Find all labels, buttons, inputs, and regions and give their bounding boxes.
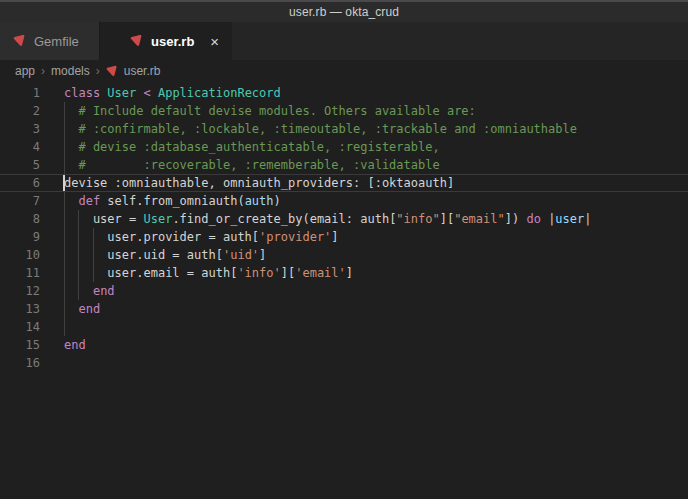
line-number[interactable]: 11 [0,264,40,282]
breadcrumb-item-app[interactable]: app [15,64,35,78]
code-line[interactable]: 12 end [0,282,688,300]
indent-guide [64,192,65,210]
indent-guide [64,282,65,300]
code-text: user.email = auth['info']['email'] [64,264,353,282]
indent-guide [78,246,79,264]
code-line[interactable]: 8 user = User.find_or_create_by(email: a… [0,210,688,228]
code-line[interactable]: 3 # :confirmable, :lockable, :timeoutabl… [0,120,688,138]
line-number[interactable]: 14 [0,318,40,336]
line-number[interactable]: 10 [0,246,40,264]
code-line[interactable]: 2 # Include default devise modules. Othe… [0,102,688,120]
indent-guide [64,264,65,282]
window-titlebar: user.rb — okta_crud [0,0,688,22]
line-number[interactable]: 5 [0,156,40,174]
tab-user-rb[interactable]: user.rb × [100,22,232,60]
indent-guide [64,228,65,246]
code-text: # :confirmable, :lockable, :timeoutable,… [64,120,577,138]
indent-guide [64,102,65,120]
breadcrumb-item-models[interactable]: models [51,64,90,78]
line-number[interactable]: 2 [0,102,40,120]
code-text: # devise :database_authenticatable, :reg… [64,138,440,156]
line-number[interactable]: 3 [0,120,40,138]
line-number[interactable]: 8 [0,210,40,228]
ruby-gem-icon [13,34,27,48]
line-number[interactable]: 7 [0,192,40,210]
indent-guide [64,156,65,174]
tab-gemfile[interactable]: Gemfile [0,22,100,60]
line-number[interactable]: 13 [0,300,40,318]
chevron-right-icon: › [41,64,45,78]
indent-guide [93,246,94,264]
vscode-window: user.rb — okta_crud Gemfile user.rb × ap… [0,0,688,499]
code-line[interactable]: 11 user.email = auth['info']['email'] [0,264,688,282]
line-number[interactable]: 6 [0,174,40,192]
indent-guide [78,282,79,300]
indent-guide [78,228,79,246]
code-text: end [64,300,100,318]
code-line[interactable]: 13 end [0,300,688,318]
line-number[interactable]: 1 [0,84,40,102]
breadcrumb-item-user-rb[interactable]: user.rb [124,64,161,78]
code-line[interactable]: 10 user.uid = auth['uid'] [0,246,688,264]
code-text: end [64,336,86,354]
line-number[interactable]: 15 [0,336,40,354]
code-text: class User < ApplicationRecord [64,84,281,102]
code-text: # :recoverable, :rememberable, :validata… [64,156,440,174]
code-line[interactable]: 4 # devise :database_authenticatable, :r… [0,138,688,156]
ruby-gem-icon [106,65,119,78]
indent-guide [78,264,79,282]
line-number[interactable]: 9 [0,228,40,246]
indent-guide [78,210,79,228]
code-line[interactable]: 9 user.provider = auth['provider'] [0,228,688,246]
code-line[interactable]: 7 def self.from_omniauth(auth) [0,192,688,210]
indent-guide [64,318,65,336]
indent-guide [93,228,94,246]
text-cursor [63,175,65,191]
line-number[interactable]: 12 [0,282,40,300]
indent-guide [64,246,65,264]
code-text: user.uid = auth['uid'] [64,246,266,264]
code-text: user.provider = auth['provider'] [64,228,339,246]
code-text: devise :omniauthable, omniauth_providers… [64,174,454,192]
ruby-gem-icon [130,34,144,48]
breadcrumb: app › models › user.rb [0,60,688,82]
indent-guide [93,264,94,282]
code-line[interactable]: 6devise :omniauthable, omniauth_provider… [0,174,688,192]
tab-label-gemfile: Gemfile [34,34,79,49]
code-line[interactable]: 1class User < ApplicationRecord [0,84,688,102]
window-title: user.rb — okta_crud [289,5,399,19]
chevron-right-icon: › [96,64,100,78]
tab-bar: Gemfile user.rb × [0,22,688,60]
line-number[interactable]: 16 [0,354,40,372]
tab-label-user-rb: user.rb [151,34,194,49]
indent-guide [64,120,65,138]
code-editor[interactable]: 1class User < ApplicationRecord2 # Inclu… [0,82,688,372]
code-line[interactable]: 15end [0,336,688,354]
indent-guide [64,210,65,228]
code-line[interactable]: 14 [0,318,688,336]
code-line[interactable]: 16 [0,354,688,372]
line-number[interactable]: 4 [0,138,40,156]
code-line[interactable]: 5 # :recoverable, :rememberable, :valida… [0,156,688,174]
indent-guide [64,300,65,318]
indent-guide [64,138,65,156]
code-text: # Include default devise modules. Others… [64,102,476,120]
code-text: def self.from_omniauth(auth) [64,192,281,210]
close-tab-icon[interactable]: × [207,33,222,50]
code-text: end [64,282,115,300]
code-text: user = User.find_or_create_by(email: aut… [64,210,592,228]
